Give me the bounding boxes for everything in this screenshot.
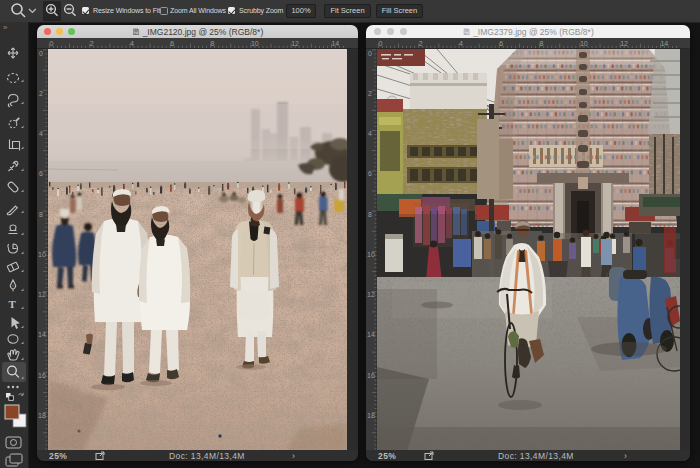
svg-text:6: 6: [39, 170, 43, 177]
svg-text:8: 8: [211, 40, 215, 47]
svg-text:2: 2: [39, 90, 43, 97]
svg-text:4: 4: [39, 130, 43, 137]
svg-text:12: 12: [367, 291, 375, 298]
svg-text:0: 0: [39, 50, 43, 57]
svg-text:10: 10: [367, 251, 375, 258]
svg-text:2: 2: [368, 90, 372, 97]
svg-text:4: 4: [459, 40, 463, 47]
svg-text:8: 8: [368, 211, 372, 218]
svg-text:4: 4: [130, 40, 134, 47]
svg-text:4: 4: [368, 130, 372, 137]
svg-text:»: »: [3, 23, 8, 32]
svg-text:0: 0: [379, 40, 383, 47]
svg-text:8: 8: [540, 40, 544, 47]
svg-text:14: 14: [367, 331, 375, 338]
svg-text:2: 2: [90, 40, 94, 47]
svg-text:12: 12: [38, 291, 46, 298]
svg-text:6: 6: [499, 40, 503, 47]
svg-text:18: 18: [38, 412, 46, 419]
svg-text:16: 16: [367, 372, 375, 379]
svg-text:0: 0: [368, 50, 372, 57]
svg-text:18: 18: [367, 412, 375, 419]
svg-text:6: 6: [170, 40, 174, 47]
svg-text:T: T: [9, 298, 17, 310]
svg-text:6: 6: [368, 170, 372, 177]
svg-text:10: 10: [38, 251, 46, 258]
svg-text:0: 0: [50, 40, 54, 47]
svg-text:14: 14: [38, 331, 46, 338]
svg-text:2: 2: [419, 40, 423, 47]
svg-text:16: 16: [38, 372, 46, 379]
svg-text:8: 8: [39, 211, 43, 218]
